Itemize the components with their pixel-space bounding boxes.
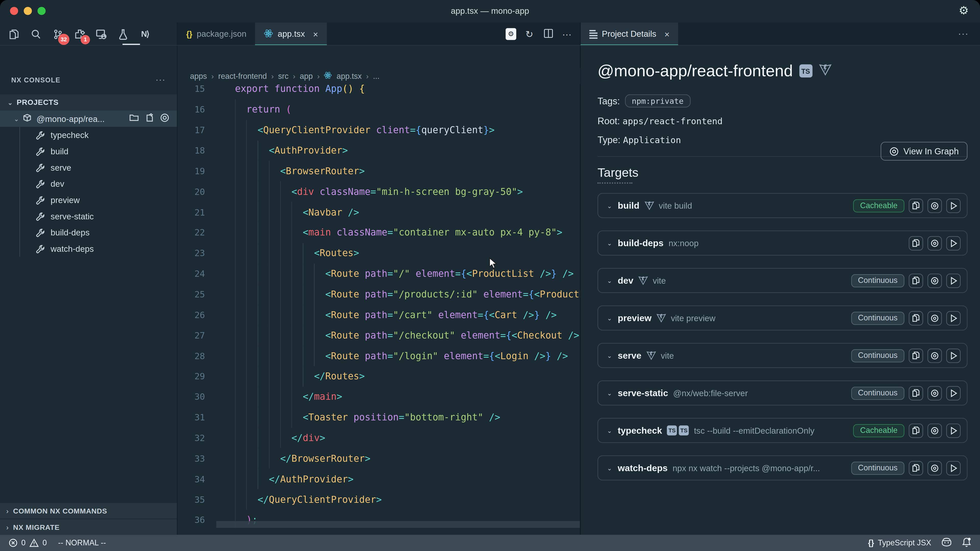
source-control-icon[interactable]: 32	[51, 27, 64, 41]
sidebar-target-item[interactable]: dev	[0, 176, 177, 192]
target-graph-icon[interactable]	[160, 113, 169, 124]
vim-mode-indicator[interactable]: -- NORMAL --	[58, 538, 106, 547]
copy-icon[interactable]	[909, 273, 923, 287]
code-line[interactable]: 21<Navbar />	[178, 202, 580, 222]
nx-migrate-section[interactable]: › NX MIGRATE	[0, 519, 177, 535]
settings-gear-icon[interactable]: ⚙	[959, 4, 969, 17]
target-row[interactable]: ⌄ build vite build Cacheable	[597, 193, 967, 218]
sidebar-target-item[interactable]: build	[0, 143, 177, 159]
edit-file-icon[interactable]	[145, 113, 154, 124]
tab-project-details[interactable]: Project Details ×	[581, 22, 678, 46]
code-line[interactable]: 25<Route path="/products/:id" element={<…	[178, 284, 580, 304]
code-line[interactable]: 26<Route path="/cart" element={<Cart />}…	[178, 305, 580, 325]
code-line[interactable]: 28<Route path="/login" element={<Login /…	[178, 346, 580, 366]
code-area[interactable]: 15export function App() {16return (17<Qu…	[178, 84, 580, 528]
code-line[interactable]: 35</QueryClientProvider>	[178, 489, 580, 510]
folder-icon[interactable]	[129, 113, 139, 124]
extensions-icon[interactable]: 1	[73, 27, 86, 41]
view-target-icon[interactable]	[928, 273, 942, 287]
run-target-play-icon[interactable]	[946, 348, 961, 362]
breadcrumb-item[interactable]: app	[300, 71, 313, 80]
view-target-icon[interactable]	[928, 461, 942, 475]
view-target-icon[interactable]	[928, 386, 942, 400]
horizontal-scrollbar[interactable]	[216, 521, 580, 528]
copy-icon[interactable]	[909, 386, 923, 400]
editor-more-actions-icon[interactable]: ···	[561, 29, 573, 40]
panel-more-actions-icon[interactable]: ···	[958, 29, 969, 39]
code-line[interactable]: 17<QueryClientProvider client={queryClie…	[178, 120, 580, 140]
code-line[interactable]: 34</AuthProvider>	[178, 469, 580, 489]
view-target-icon[interactable]	[928, 236, 942, 250]
remote-explorer-icon[interactable]	[94, 27, 108, 41]
breadcrumb-item[interactable]: src	[278, 71, 289, 80]
copilot-icon[interactable]	[941, 537, 952, 548]
code-line[interactable]: 16return (	[178, 99, 580, 120]
code-line[interactable]: 19<BrowserRouter>	[178, 161, 580, 181]
view-target-icon[interactable]	[928, 348, 942, 362]
run-target-play-icon[interactable]	[946, 273, 961, 287]
problems-indicator[interactable]: 0 0	[9, 538, 47, 547]
common-nx-commands-section[interactable]: › COMMON NX COMMANDS	[0, 503, 177, 518]
target-row[interactable]: ⌄ dev vite Continuous	[597, 268, 967, 293]
copy-icon[interactable]	[909, 423, 923, 437]
breadcrumb-item[interactable]: apps	[190, 71, 207, 80]
run-target-play-icon[interactable]	[946, 198, 961, 213]
tab-package-json[interactable]: {} package.json	[178, 22, 255, 46]
code-line[interactable]: 32</div>	[178, 428, 580, 448]
target-row[interactable]: ⌄ serve-static @nx/web:file-server Conti…	[597, 380, 967, 405]
code-line[interactable]: 23<Routes>	[178, 243, 580, 263]
code-line[interactable]: 31<Toaster position="bottom-right" />	[178, 407, 580, 427]
copy-icon[interactable]	[909, 311, 923, 325]
code-line[interactable]: 24<Route path="/" element={<ProductList …	[178, 264, 580, 284]
run-target-play-icon[interactable]	[946, 311, 961, 325]
close-tab-icon[interactable]: ×	[664, 29, 670, 39]
view-target-icon[interactable]	[928, 423, 942, 437]
split-editor-icon[interactable]	[542, 28, 554, 40]
code-line[interactable]: 20<div className="min-h-screen bg-gray-5…	[178, 181, 580, 202]
sidebar-target-item[interactable]: typecheck	[0, 127, 177, 143]
run-target-play-icon[interactable]	[946, 386, 961, 400]
target-row[interactable]: ⌄ watch-deps npx nx watch --projects @mo…	[597, 455, 967, 480]
projects-section-header[interactable]: ⌄ PROJECTS	[0, 94, 177, 111]
open-project-details-icon[interactable]: ⚙	[506, 28, 516, 40]
tab-app-tsx[interactable]: app.tsx ×	[255, 22, 327, 46]
code-line[interactable]: 18<AuthProvider>	[178, 140, 580, 161]
target-row[interactable]: ⌄ typecheck TSTS tsc --build --emitDecla…	[597, 418, 967, 443]
sidebar-target-item[interactable]: serve	[0, 159, 177, 176]
code-line[interactable]: 15export function App() {	[178, 84, 580, 99]
run-target-play-icon[interactable]	[946, 461, 961, 475]
view-in-graph-button[interactable]: View In Graph	[880, 142, 967, 160]
refresh-icon[interactable]: ↻	[524, 28, 535, 40]
sidebar-target-item[interactable]: watch-deps	[0, 241, 177, 257]
language-mode[interactable]: {} TypeScript JSX	[868, 538, 931, 547]
run-target-play-icon[interactable]	[946, 423, 961, 437]
code-line[interactable]: 29</Routes>	[178, 366, 580, 386]
view-target-icon[interactable]	[928, 198, 942, 213]
sidebar-more-icon[interactable]: ···	[156, 75, 165, 84]
sidebar-target-item[interactable]: build-deps	[0, 224, 177, 241]
breadcrumb-item[interactable]: react-frontend	[218, 71, 267, 80]
sidebar-target-item[interactable]: preview	[0, 192, 177, 208]
target-row[interactable]: ⌄ preview vite preview Continuous	[597, 306, 967, 330]
code-line[interactable]: 27<Route path="/checkout" element={<Chec…	[178, 325, 580, 345]
target-row[interactable]: ⌄ serve vite Continuous	[597, 343, 967, 368]
copy-icon[interactable]	[909, 198, 923, 213]
testing-beaker-icon[interactable]	[116, 27, 130, 41]
copy-icon[interactable]	[909, 236, 923, 250]
code-line[interactable]: 22<main className="container mx-auto px-…	[178, 222, 580, 243]
code-line[interactable]: 30</main>	[178, 387, 580, 407]
copy-icon[interactable]	[909, 348, 923, 362]
close-tab-icon[interactable]: ×	[313, 29, 318, 39]
copy-icon[interactable]	[909, 461, 923, 475]
nx-console-icon[interactable]: N⟩	[138, 27, 152, 41]
sidebar-project-row[interactable]: ⌄ @mono-app/rea...	[0, 110, 177, 127]
search-icon[interactable]	[29, 27, 43, 41]
code-line[interactable]: 33</BrowserRouter>	[178, 448, 580, 468]
run-target-play-icon[interactable]	[946, 236, 961, 250]
view-target-icon[interactable]	[928, 311, 942, 325]
target-row[interactable]: ⌄ build-deps nx:noop	[597, 230, 967, 256]
breadcrumb-item[interactable]: app.tsx	[337, 71, 362, 80]
explorer-icon[interactable]	[7, 27, 21, 41]
breadcrumb-item[interactable]: ...	[373, 71, 380, 80]
sidebar-target-item[interactable]: serve-static	[0, 208, 177, 224]
